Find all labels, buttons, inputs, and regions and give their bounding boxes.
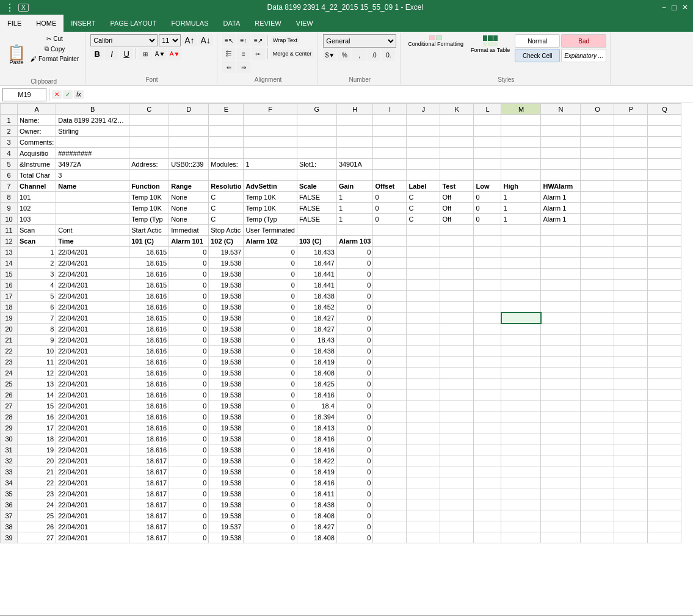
row-header-6[interactable]: 6 bbox=[1, 170, 18, 181]
cell-C30[interactable]: 18.616 bbox=[129, 433, 169, 444]
cell-E8[interactable]: C bbox=[209, 192, 244, 203]
cell-E24[interactable]: 19.538 bbox=[209, 368, 244, 379]
cell-C2[interactable] bbox=[129, 126, 169, 137]
cell-A2[interactable]: Owner: bbox=[18, 126, 56, 137]
cell-C8[interactable]: Temp 10K bbox=[129, 192, 169, 203]
cell-M26[interactable] bbox=[501, 390, 541, 400]
cell-H5[interactable]: 34901A bbox=[336, 159, 373, 170]
row-header-4[interactable]: 4 bbox=[1, 148, 18, 159]
cell-I21[interactable] bbox=[373, 335, 407, 346]
cell-P13[interactable] bbox=[614, 247, 648, 258]
cell-Q28[interactable] bbox=[648, 411, 681, 422]
cell-K22[interactable] bbox=[440, 346, 474, 357]
cell-D1[interactable] bbox=[169, 115, 209, 126]
insert-function-btn[interactable]: fx bbox=[74, 90, 84, 99]
cell-I32[interactable] bbox=[373, 455, 407, 466]
cell-C1[interactable] bbox=[129, 115, 169, 126]
cell-O10[interactable] bbox=[581, 214, 614, 225]
cell-L1[interactable] bbox=[474, 115, 501, 126]
cell-K7[interactable]: Test bbox=[440, 181, 474, 192]
cell-K33[interactable] bbox=[440, 466, 474, 477]
cell-O26[interactable] bbox=[581, 390, 614, 400]
cell-P19[interactable] bbox=[614, 313, 648, 324]
cell-B3[interactable] bbox=[56, 137, 129, 148]
cell-C25[interactable]: 18.616 bbox=[129, 379, 169, 390]
cell-K35[interactable] bbox=[440, 488, 474, 499]
cell-P22[interactable] bbox=[614, 346, 648, 357]
cell-O28[interactable] bbox=[581, 411, 614, 422]
cell-C12[interactable]: 101 (C) bbox=[129, 236, 169, 247]
col-header-N[interactable]: N bbox=[541, 104, 581, 115]
cell-J5[interactable] bbox=[407, 159, 440, 170]
cell-E7[interactable]: Resolutio bbox=[209, 181, 244, 192]
cell-J10[interactable]: C bbox=[407, 214, 440, 225]
cell-H4[interactable] bbox=[336, 148, 373, 159]
cell-P14[interactable] bbox=[614, 258, 648, 269]
cell-H1[interactable] bbox=[336, 115, 373, 126]
cell-O32[interactable] bbox=[581, 455, 614, 466]
cell-G6[interactable] bbox=[297, 170, 336, 181]
row-header-32[interactable]: 32 bbox=[1, 455, 18, 466]
cell-I36[interactable] bbox=[373, 499, 407, 510]
cell-C13[interactable]: 18.615 bbox=[129, 247, 169, 258]
number-format-select[interactable]: General bbox=[323, 34, 396, 48]
cell-N27[interactable] bbox=[541, 400, 581, 411]
cell-B38[interactable]: 22/04/201 bbox=[56, 521, 129, 532]
cell-G24[interactable]: 18.408 bbox=[297, 368, 336, 379]
tab-formulas[interactable]: FORMULAS bbox=[164, 15, 216, 32]
cell-N14[interactable] bbox=[541, 258, 581, 269]
row-header-18[interactable]: 18 bbox=[1, 302, 18, 313]
explanatory-style-btn[interactable]: Explanatory ... bbox=[561, 49, 606, 62]
cell-J17[interactable] bbox=[407, 291, 440, 302]
cell-G21[interactable]: 18.43 bbox=[297, 335, 336, 346]
cell-N32[interactable] bbox=[541, 455, 581, 466]
cell-B32[interactable]: 22/04/201 bbox=[56, 455, 129, 466]
cell-E21[interactable]: 19.538 bbox=[209, 335, 244, 346]
cell-I9[interactable]: 0 bbox=[373, 203, 407, 214]
cell-H29[interactable]: 0 bbox=[336, 422, 373, 433]
cell-J9[interactable]: C bbox=[407, 203, 440, 214]
cell-B10[interactable] bbox=[56, 214, 129, 225]
cell-Q1[interactable] bbox=[648, 115, 681, 126]
row-header-11[interactable]: 11 bbox=[1, 225, 18, 236]
cell-P5[interactable] bbox=[614, 159, 648, 170]
cell-J39[interactable] bbox=[407, 532, 440, 543]
row-header-8[interactable]: 8 bbox=[1, 192, 18, 203]
cell-E20[interactable]: 19.538 bbox=[209, 324, 244, 335]
col-header-Q[interactable]: Q bbox=[648, 104, 681, 115]
check-cell-style-btn[interactable]: Check Cell bbox=[515, 49, 560, 62]
cell-E1[interactable] bbox=[209, 115, 244, 126]
cell-C35[interactable]: 18.617 bbox=[129, 488, 169, 499]
cell-E25[interactable]: 19.538 bbox=[209, 379, 244, 390]
cell-F7[interactable]: AdvSettin bbox=[244, 181, 297, 192]
cell-M5[interactable] bbox=[501, 159, 541, 170]
cell-H23[interactable]: 0 bbox=[336, 357, 373, 368]
cell-J20[interactable] bbox=[407, 324, 440, 335]
cell-C36[interactable]: 18.617 bbox=[129, 499, 169, 510]
cell-C23[interactable]: 18.616 bbox=[129, 357, 169, 368]
cell-B35[interactable]: 22/04/201 bbox=[56, 488, 129, 499]
cell-F13[interactable]: 0 bbox=[244, 247, 297, 258]
cell-D27[interactable]: 0 bbox=[169, 400, 209, 411]
cell-N4[interactable] bbox=[541, 148, 581, 159]
cell-K10[interactable]: Off bbox=[440, 214, 474, 225]
format-as-table-button[interactable]: Format as Table bbox=[468, 34, 512, 55]
decrease-font-btn[interactable]: A↓ bbox=[198, 34, 212, 46]
cell-N1[interactable] bbox=[541, 115, 581, 126]
row-header-31[interactable]: 31 bbox=[1, 444, 18, 455]
cell-I7[interactable]: Offset bbox=[373, 181, 407, 192]
cell-F20[interactable]: 0 bbox=[244, 324, 297, 335]
cell-G12[interactable]: 103 (C) bbox=[297, 236, 336, 247]
cell-F28[interactable]: 0 bbox=[244, 411, 297, 422]
cell-H22[interactable]: 0 bbox=[336, 346, 373, 357]
cell-L17[interactable] bbox=[474, 291, 501, 302]
cell-Q34[interactable] bbox=[648, 477, 681, 488]
cell-I28[interactable] bbox=[373, 411, 407, 422]
cell-B29[interactable]: 22/04/201 bbox=[56, 422, 129, 433]
cell-C26[interactable]: 18.616 bbox=[129, 390, 169, 400]
cell-A13[interactable]: 1 bbox=[18, 247, 56, 258]
cell-G7[interactable]: Scale bbox=[297, 181, 336, 192]
cell-C39[interactable]: 18.617 bbox=[129, 532, 169, 543]
cell-D25[interactable]: 0 bbox=[169, 379, 209, 390]
cell-P9[interactable] bbox=[614, 203, 648, 214]
